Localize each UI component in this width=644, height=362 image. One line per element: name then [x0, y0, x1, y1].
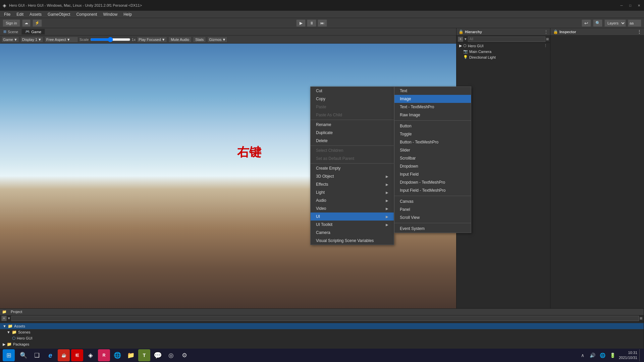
tray-audio-icon[interactable]: 🔊: [589, 351, 597, 359]
search-button[interactable]: 🔍: [593, 19, 602, 27]
hierarchy-camera-item[interactable]: 📷 Main Camera: [457, 49, 550, 54]
scene-tab[interactable]: ⊞ Scene: [0, 29, 22, 35]
sub-image[interactable]: Image: [394, 95, 471, 103]
show-desktop-button[interactable]: [639, 349, 641, 361]
project-tab-label[interactable]: Project: [8, 309, 25, 314]
cloud-button[interactable]: ☁: [22, 19, 31, 27]
sub-input-field[interactable]: Input Field: [394, 170, 471, 178]
folder-taskbar-button[interactable]: 📁: [125, 349, 137, 361]
pause-button[interactable]: ⏸: [307, 19, 316, 27]
menu-item-assets[interactable]: Assets: [27, 11, 44, 17]
hierarchy-lock-icon[interactable]: 🔒: [459, 29, 464, 34]
sub-dropdown-textmeshpro[interactable]: Dropdown - TextMeshPro: [394, 178, 471, 186]
step-button[interactable]: ⏭: [318, 19, 327, 27]
menu-item-file[interactable]: File: [1, 11, 13, 17]
sign-in-button[interactable]: Sign in: [3, 19, 20, 27]
tray-battery-icon[interactable]: 🔋: [609, 351, 617, 359]
project-packages-item[interactable]: ▶ 📁 Packages: [0, 341, 644, 347]
menu-item-window[interactable]: Window: [100, 11, 120, 17]
hierarchy-more-icon[interactable]: ⋮: [544, 29, 548, 34]
wechat-taskbar-button[interactable]: 💬: [152, 349, 164, 361]
sub-dropdown[interactable]: Dropdown: [394, 162, 471, 170]
account-input[interactable]: [628, 19, 641, 27]
close-button[interactable]: ✕: [637, 3, 641, 8]
start-button[interactable]: ⊞: [3, 349, 15, 361]
sub-raw-image[interactable]: Raw Image: [394, 111, 471, 119]
sub-toggle[interactable]: Toggle: [394, 130, 471, 138]
search-taskbar-button[interactable]: 🔍: [17, 349, 30, 361]
hierarchy-root-item[interactable]: ▶ ⬡ Hero GUI ⋮: [457, 43, 550, 49]
restore-button[interactable]: □: [628, 3, 633, 8]
sub-event-system[interactable]: Event System: [394, 225, 471, 233]
app1-taskbar-button[interactable]: ◎: [165, 349, 177, 361]
browser-taskbar-button[interactable]: 🌐: [111, 349, 123, 361]
sub-text[interactable]: Text: [394, 87, 471, 95]
menu-item-component[interactable]: Component: [73, 11, 100, 17]
hierarchy-search-input[interactable]: [468, 37, 545, 42]
display-dropdown[interactable]: Display 1 ▼: [20, 37, 43, 43]
inspector-more-icon[interactable]: ⋮: [637, 29, 641, 34]
play-button[interactable]: ▶: [296, 19, 306, 27]
game-mode-dropdown[interactable]: Game ▼: [1, 37, 19, 43]
ctx-ui[interactable]: UI ▶: [311, 213, 394, 221]
undo-button[interactable]: ↩: [582, 19, 591, 27]
wangwang-taskbar-button[interactable]: 旺: [71, 349, 83, 361]
sub-button-textmeshpro[interactable]: Button - TextMeshPro: [394, 138, 471, 146]
project-add-button[interactable]: +: [1, 316, 7, 321]
hierarchy-add-button[interactable]: +: [458, 37, 463, 42]
ctx-effects[interactable]: Effects ▶: [311, 180, 394, 188]
minimize-button[interactable]: ─: [619, 3, 624, 8]
ctx-delete[interactable]: Delete: [311, 137, 394, 145]
stats-button[interactable]: Stats: [193, 37, 206, 43]
hierarchy-search-btn[interactable]: ⊠: [546, 37, 549, 41]
menu-item-help[interactable]: Help: [121, 11, 135, 17]
menu-item-gameobject[interactable]: GameObject: [45, 11, 73, 17]
taskbar-clock[interactable]: 10:31 2021/10/31: [619, 350, 637, 361]
project-hero-gui-item[interactable]: ⬡ Hero GUI: [0, 335, 644, 341]
game-tab[interactable]: 🎮 Game: [22, 29, 45, 35]
ctx-ui-toolkit[interactable]: UI Toolkit ▶: [311, 221, 394, 229]
hierarchy-light-item[interactable]: 💡 Directional Light: [457, 54, 550, 60]
project-scenes-item[interactable]: ▼ 📁 Scenes: [0, 329, 644, 335]
project-assets-item[interactable]: ▼ 📁 Assets: [0, 323, 644, 329]
gizmos-dropdown[interactable]: Gizmos ▼: [207, 37, 227, 43]
scale-slider[interactable]: [90, 37, 130, 42]
play-focused-dropdown[interactable]: Play Focused ▼: [137, 37, 167, 43]
project-search-input[interactable]: [11, 316, 639, 321]
sub-panel[interactable]: Panel: [394, 205, 471, 214]
menu-item-edit[interactable]: Edit: [14, 11, 26, 17]
sub-scrollbar[interactable]: Scrollbar: [394, 154, 471, 162]
ctx-camera[interactable]: Camera: [311, 229, 394, 237]
edge-taskbar-button[interactable]: e: [44, 349, 56, 361]
collab-button[interactable]: ⚡: [33, 19, 42, 27]
aspect-dropdown[interactable]: Free Aspect ▼: [45, 37, 78, 43]
unity-taskbar-button[interactable]: ◈: [85, 349, 97, 361]
sub-input-field-textmeshpro[interactable]: Input Field - TextMeshPro: [394, 186, 471, 194]
java-taskbar-button[interactable]: ☕: [58, 349, 70, 361]
tray-caret-icon[interactable]: ∧: [579, 351, 587, 359]
ctx-rename[interactable]: Rename: [311, 121, 394, 129]
ctx-duplicate[interactable]: Duplicate: [311, 129, 394, 137]
mute-audio-button[interactable]: Mute Audio: [168, 37, 192, 43]
typora-taskbar-button[interactable]: T: [138, 349, 150, 361]
ctx-visual-scripting[interactable]: Visual Scripting Scene Variables: [311, 237, 394, 245]
tray-network-icon[interactable]: 🌐: [599, 351, 607, 359]
layers-dropdown[interactable]: Layers: [604, 19, 626, 27]
sub-canvas[interactable]: Canvas: [394, 197, 471, 205]
rider-taskbar-button[interactable]: R: [98, 349, 110, 361]
ctx-audio[interactable]: Audio ▶: [311, 196, 394, 204]
ctx-create-empty[interactable]: Create Empty: [311, 164, 394, 172]
sub-text-textmeshpro[interactable]: Text - TextMeshPro: [394, 103, 471, 111]
inspector-lock-icon[interactable]: 🔒: [553, 29, 558, 34]
sub-slider[interactable]: Slider: [394, 146, 471, 154]
ctx-light[interactable]: Light ▶: [311, 188, 394, 196]
settings-taskbar-button[interactable]: ⚙: [178, 349, 191, 361]
ctx-copy[interactable]: Copy: [311, 95, 394, 103]
sub-button[interactable]: Button: [394, 122, 471, 130]
ctx-video[interactable]: Video ▶: [311, 204, 394, 213]
root-more-icon[interactable]: ⋮: [544, 44, 547, 48]
project-search-btn[interactable]: ⊠: [640, 316, 642, 320]
ctx-3d-object[interactable]: 3D Object ▶: [311, 172, 394, 180]
ctx-cut[interactable]: Cut: [311, 87, 394, 95]
sub-scroll-view[interactable]: Scroll View: [394, 214, 471, 222]
